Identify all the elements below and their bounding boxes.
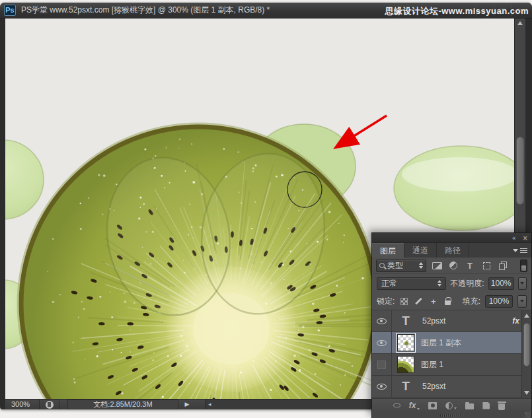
layer-row-52psxt-bottom[interactable]: T 52psxt: [372, 376, 531, 398]
layer-name[interactable]: 52psxt: [422, 316, 445, 326]
dropdown-arrow-icon: [520, 300, 524, 302]
link-icon: [393, 403, 400, 407]
layer-filter-row: 类型 T: [372, 258, 531, 274]
resize-grip-icon[interactable]: [525, 412, 531, 418]
document-status-icon: [46, 401, 54, 409]
panel-tabs: 图层 通道 路径: [372, 243, 531, 258]
visibility-toggle[interactable]: [372, 310, 392, 331]
eye-icon: [377, 318, 387, 324]
adjustment-icon: [449, 261, 457, 269]
layer-style-button[interactable]: fx: [409, 401, 420, 410]
dropdown-arrow-icon: [520, 282, 524, 285]
scroll-up-icon[interactable]: [517, 21, 523, 25]
filter-on-off-toggle[interactable]: [520, 260, 527, 272]
updown-arrows-icon: [419, 262, 423, 269]
adobe-drive-button[interactable]: [40, 400, 59, 409]
menu-triangle-icon: [513, 249, 518, 252]
layer-row-layer1[interactable]: 图层 1: [372, 354, 531, 376]
layer-thumbnail[interactable]: [397, 334, 414, 351]
lock-pixels-button[interactable]: [414, 296, 424, 306]
opacity-label: 不透明度:: [450, 278, 484, 289]
zoom-level-field[interactable]: 300%: [5, 400, 40, 409]
tab-paths[interactable]: 路径: [437, 243, 469, 258]
add-mask-button[interactable]: [428, 402, 437, 409]
window-title: PS学堂 www.52psxt.com [猕猴桃字效] @ 300% (图层 1…: [21, 5, 270, 16]
scroll-left-icon[interactable]: ◂: [208, 400, 211, 409]
panel-menu-button[interactable]: [513, 243, 527, 258]
blend-mode-row: 正常 不透明度: 100%: [372, 274, 531, 293]
new-layer-icon: [482, 402, 490, 409]
text-layer-thumbnail[interactable]: T: [396, 379, 416, 394]
picture-icon: [432, 262, 442, 269]
adjustment-layer-button[interactable]: [445, 402, 457, 409]
filter-kind-dropdown[interactable]: 类型: [376, 260, 426, 272]
layer-name[interactable]: 图层 1: [421, 359, 443, 370]
filter-shape-layers-button[interactable]: [480, 260, 492, 271]
vertical-scroll-thumb[interactable]: [516, 137, 524, 205]
filter-type-layers-button[interactable]: T: [464, 260, 476, 271]
close-panel-icon[interactable]: ×: [523, 234, 528, 242]
smart-object-icon: [499, 263, 505, 270]
scroll-down-icon[interactable]: [524, 391, 529, 395]
delete-layer-button[interactable]: [498, 401, 505, 410]
blend-mode-dropdown[interactable]: 正常: [377, 277, 446, 290]
opacity-value-field[interactable]: 100%: [488, 277, 514, 290]
titlebar[interactable]: Ps PS学堂 www.52psxt.com [猕猴桃字效] @ 300% (图…: [0, 3, 532, 18]
filter-pixel-layers-button[interactable]: [431, 260, 443, 271]
lock-position-button[interactable]: +: [428, 296, 438, 306]
padlock-icon: [445, 300, 451, 305]
layers-panel-toolbar: fx: [372, 398, 531, 412]
fx-icon: fx: [409, 401, 416, 410]
new-group-button[interactable]: [465, 402, 474, 409]
eye-icon: [377, 384, 387, 390]
mask-icon: [428, 402, 437, 409]
filter-adjustment-layers-button[interactable]: [447, 260, 459, 271]
new-layer-button[interactable]: [482, 402, 490, 409]
visibility-toggle[interactable]: [372, 376, 392, 397]
search-icon: [379, 263, 385, 268]
blend-mode-value: 正常: [381, 278, 397, 289]
tab-channels[interactable]: 通道: [404, 243, 437, 258]
layers-panel: « × 图层 通道 路径 类型 T 正常 不透明度: 100% 锁: [371, 232, 532, 418]
thumbnail-content: [404, 341, 408, 345]
layer-row-layer1-copy[interactable]: 图层 1 副本: [372, 332, 531, 354]
fill-label: 填充:: [463, 296, 480, 307]
fill-dropdown-button[interactable]: [517, 295, 527, 308]
grip-dots-icon: [440, 414, 464, 417]
thumbnail-content: [398, 357, 414, 372]
document-size-info[interactable]: 文档:2.85M/20.3M: [67, 400, 178, 409]
fx-icon: fx: [512, 316, 519, 326]
list-scroll-thumb[interactable]: [523, 323, 530, 366]
lock-transparency-button[interactable]: [399, 296, 409, 306]
fill-value-field[interactable]: 100%: [485, 295, 513, 308]
lock-all-button[interactable]: [443, 296, 453, 306]
link-layers-button[interactable]: [393, 403, 400, 407]
layer-row-52psxt-top[interactable]: T 52psxt fx: [372, 310, 531, 332]
eye-icon: [377, 340, 387, 346]
app-icon: Ps: [4, 5, 16, 16]
brush-icon: [416, 298, 423, 305]
visibility-toggle[interactable]: [372, 354, 392, 375]
tab-layers[interactable]: 图层: [372, 243, 404, 258]
layer-list-scrollbar[interactable]: [521, 310, 531, 398]
trash-icon: [498, 403, 505, 410]
status-flyout-button[interactable]: ▶: [178, 400, 196, 409]
layer-name[interactable]: 图层 1 副本: [421, 337, 461, 349]
filter-smart-objects-button[interactable]: [497, 260, 509, 271]
opacity-dropdown-button[interactable]: [518, 277, 527, 290]
collapse-panel-icon[interactable]: «: [512, 234, 515, 242]
scroll-up-icon[interactable]: [524, 314, 529, 318]
filter-kind-value: 类型: [387, 260, 403, 271]
visibility-toggle[interactable]: [372, 332, 392, 353]
lock-row: 锁定: + 填充: 100%: [372, 293, 531, 310]
forum-watermark: 思缘设计论坛-www.missyuan.com: [385, 5, 529, 17]
dropdown-arrow-icon: [417, 408, 420, 410]
panel-resize-strip[interactable]: [372, 412, 531, 418]
checkerboard-icon: [400, 298, 408, 305]
text-layer-thumbnail[interactable]: T: [396, 314, 416, 328]
lock-label: 锁定:: [377, 296, 395, 307]
layer-name[interactable]: 52psxt: [422, 382, 445, 391]
layer-thumbnail[interactable]: [397, 356, 414, 373]
folder-icon: [465, 403, 474, 409]
shape-icon: [483, 262, 490, 269]
